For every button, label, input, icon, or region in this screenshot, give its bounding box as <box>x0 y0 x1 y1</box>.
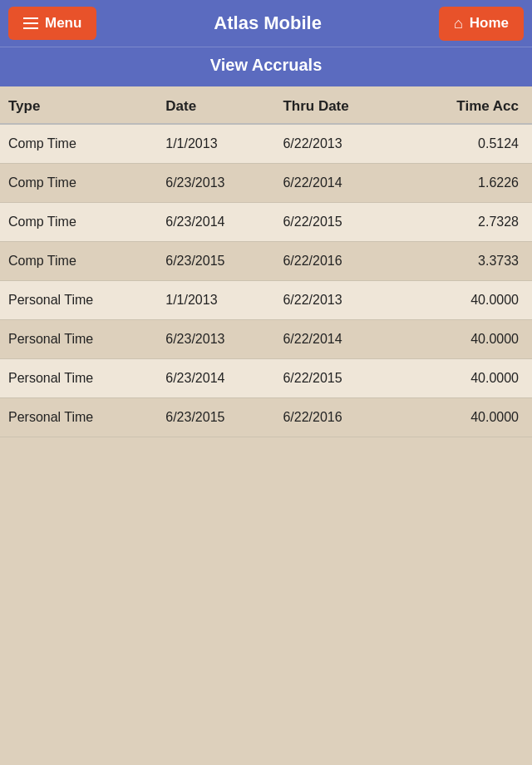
cell-time_acc: 40.0000 <box>402 398 532 437</box>
cell-type: Personal Time <box>0 281 157 320</box>
cell-date: 6/23/2013 <box>157 164 274 203</box>
cell-type: Comp Time <box>0 203 157 242</box>
table-row: Personal Time6/23/20156/22/201640.0000 <box>0 398 532 437</box>
cell-time_acc: 3.3733 <box>402 242 532 281</box>
cell-thru_date: 6/22/2016 <box>274 242 402 281</box>
accruals-table: Type Date Thru Date Time Acc Comp Time1/… <box>0 86 532 437</box>
table-row: Personal Time1/1/20136/22/201340.0000 <box>0 281 532 320</box>
table-row: Personal Time6/23/20146/22/201540.0000 <box>0 359 532 398</box>
cell-thru_date: 6/22/2013 <box>274 281 402 320</box>
cell-thru_date: 6/22/2013 <box>274 124 402 164</box>
menu-label: Menu <box>45 15 81 32</box>
home-icon: ⌂ <box>454 15 463 32</box>
cell-date: 1/1/2013 <box>157 281 274 320</box>
cell-date: 6/23/2014 <box>157 203 274 242</box>
cell-time_acc: 40.0000 <box>402 359 532 398</box>
table-row: Comp Time6/23/20136/22/20141.6226 <box>0 164 532 203</box>
cell-date: 6/23/2014 <box>157 359 274 398</box>
col-header-date: Date <box>157 86 274 124</box>
cell-thru_date: 6/22/2015 <box>274 203 402 242</box>
cell-date: 6/23/2015 <box>157 242 274 281</box>
cell-date: 6/23/2013 <box>157 320 274 359</box>
col-header-type: Type <box>0 86 157 124</box>
cell-date: 1/1/2013 <box>157 124 274 164</box>
header-top: Menu Atlas Mobile ⌂ Home <box>0 0 532 47</box>
col-header-time-acc: Time Acc <box>402 86 532 124</box>
cell-type: Comp Time <box>0 164 157 203</box>
cell-date: 6/23/2015 <box>157 398 274 437</box>
table-row: Comp Time6/23/20146/22/20152.7328 <box>0 203 532 242</box>
cell-thru_date: 6/22/2014 <box>274 320 402 359</box>
cell-type: Personal Time <box>0 398 157 437</box>
hamburger-icon <box>23 17 38 29</box>
home-button[interactable]: ⌂ Home <box>439 7 524 41</box>
menu-button[interactable]: Menu <box>8 7 96 40</box>
cell-time_acc: 0.5124 <box>402 124 532 164</box>
cell-thru_date: 6/22/2015 <box>274 359 402 398</box>
cell-time_acc: 2.7328 <box>402 203 532 242</box>
cell-time_acc: 40.0000 <box>402 320 532 359</box>
app-title: Atlas Mobile <box>214 12 322 34</box>
cell-type: Comp Time <box>0 124 157 164</box>
cell-type: Comp Time <box>0 242 157 281</box>
table-row: Personal Time6/23/20136/22/201440.0000 <box>0 320 532 359</box>
cell-thru_date: 6/22/2016 <box>274 398 402 437</box>
cell-type: Personal Time <box>0 359 157 398</box>
accruals-table-container: Type Date Thru Date Time Acc Comp Time1/… <box>0 86 532 437</box>
cell-time_acc: 1.6226 <box>402 164 532 203</box>
home-label: Home <box>470 15 509 32</box>
table-row: Comp Time1/1/20136/22/20130.5124 <box>0 124 532 164</box>
table-header-row: Type Date Thru Date Time Acc <box>0 86 532 124</box>
cell-thru_date: 6/22/2014 <box>274 164 402 203</box>
col-header-thru-date: Thru Date <box>274 86 402 124</box>
cell-time_acc: 40.0000 <box>402 281 532 320</box>
cell-type: Personal Time <box>0 320 157 359</box>
page-title: View Accruals <box>0 47 532 86</box>
table-row: Comp Time6/23/20156/22/20163.3733 <box>0 242 532 281</box>
